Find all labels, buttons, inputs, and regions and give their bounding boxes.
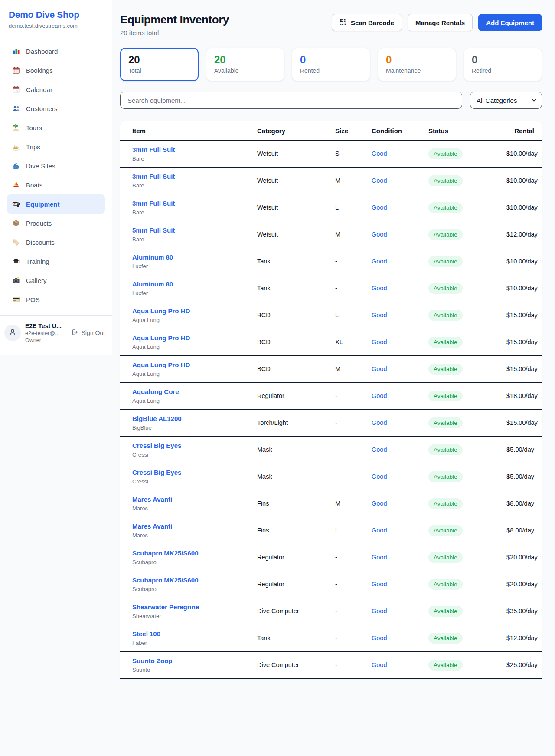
item-name-link[interactable]: Aqualung Core [132, 388, 179, 395]
item-name-link[interactable]: Aqua Lung Pro HD [132, 334, 190, 342]
cell-size: - [331, 275, 367, 302]
status-badge: Available [428, 471, 463, 482]
condition-link[interactable]: Good [372, 473, 387, 480]
sidebar-item-label: Products [26, 220, 52, 227]
add-equipment-button[interactable]: Add Equipment [478, 14, 542, 31]
sidebar-item-customers[interactable]: Customers [7, 99, 105, 118]
sidebar-item-products[interactable]: Products [7, 214, 105, 233]
person-icon [8, 328, 17, 338]
condition-link[interactable]: Good [372, 258, 387, 265]
cell-status: Available [424, 248, 502, 275]
item-brand: Luxfer [132, 290, 248, 296]
item-name-link[interactable]: Aqua Lung Pro HD [132, 307, 190, 315]
sidebar-item-label: Customers [26, 105, 58, 112]
cell-category: Tank [253, 248, 331, 275]
cell-status: Available [424, 490, 502, 517]
condition-link[interactable]: Good [372, 634, 387, 641]
main-content: Equipment Inventory 20 items total Scan … [112, 0, 555, 679]
manage-rentals-button[interactable]: Manage Rentals [408, 14, 473, 31]
item-name-link[interactable]: Mares Avanti [132, 496, 172, 503]
customers-icon [12, 105, 20, 112]
cell-item: Aluminum 80Luxfer [120, 248, 253, 275]
cell-rental: $12.00/day [502, 221, 542, 248]
condition-link[interactable]: Good [372, 312, 387, 319]
cell-condition: Good [367, 598, 424, 625]
cell-item: Cressi Big EyesCressi [120, 463, 253, 490]
table-header: Item Category Size Condition Status Rent… [120, 121, 542, 140]
condition-link[interactable]: Good [372, 392, 387, 399]
item-name-link[interactable]: Aqua Lung Pro HD [132, 361, 190, 368]
condition-link[interactable]: Good [372, 527, 387, 534]
cell-size: - [331, 571, 367, 598]
item-name-link[interactable]: Aluminum 80 [132, 280, 173, 288]
cell-category: Wetsuit [253, 221, 331, 248]
sidebar-item-boats[interactable]: Boats [7, 175, 105, 194]
item-brand: Scubapro [132, 586, 248, 592]
item-brand: Suunto [132, 667, 248, 673]
condition-link[interactable]: Good [372, 177, 387, 184]
sidebar-item-trips[interactable]: Trips [7, 137, 105, 156]
item-name-link[interactable]: Scubapro MK25/S600 [132, 549, 199, 557]
item-name-link[interactable]: Cressi Big Eyes [132, 469, 181, 476]
condition-link[interactable]: Good [372, 365, 387, 372]
condition-link[interactable]: Good [372, 150, 387, 157]
item-name-link[interactable]: Shearwater Peregrine [132, 603, 199, 611]
condition-link[interactable]: Good [372, 500, 387, 507]
sidebar-item-gallery[interactable]: Gallery [7, 271, 105, 290]
item-name-link[interactable]: 5mm Full Suit [132, 227, 175, 234]
item-name-link[interactable]: Cressi Big Eyes [132, 442, 181, 449]
sidebar-item-bookings[interactable]: Bookings [7, 61, 105, 80]
col-rental: Rental [502, 121, 542, 140]
cell-item: Shearwater PeregrineShearwater [120, 598, 253, 625]
cell-category: BCD [253, 355, 331, 382]
item-brand: Bare [132, 236, 248, 243]
bookings-icon [12, 66, 20, 74]
condition-link[interactable]: Good [372, 554, 387, 561]
sidebar-item-training[interactable]: Training [7, 252, 105, 271]
table-row: Cressi Big EyesCressiMask-GoodAvailable$… [120, 463, 542, 490]
stat-card-maintenance[interactable]: 0Maintenance [378, 48, 456, 81]
item-name-link[interactable]: Mares Avanti [132, 523, 172, 530]
dashboard-icon [12, 47, 20, 55]
products-icon [12, 219, 20, 227]
category-select[interactable]: All Categories [470, 92, 542, 109]
sign-out-button[interactable]: Sign Out [71, 329, 107, 337]
item-name-link[interactable]: Aluminum 80 [132, 253, 173, 261]
cell-category: Wetsuit [253, 167, 331, 194]
condition-link[interactable]: Good [372, 608, 387, 615]
condition-link[interactable]: Good [372, 419, 387, 426]
condition-link[interactable]: Good [372, 204, 387, 211]
item-name-link[interactable]: 3mm Full Suit [132, 146, 175, 153]
stat-card-rented[interactable]: 0Rented [292, 48, 370, 81]
sidebar-item-pos[interactable]: POS [7, 290, 105, 309]
page-header: Equipment Inventory 20 items total Scan … [120, 13, 542, 36]
sidebar-item-dashboard[interactable]: Dashboard [7, 42, 105, 61]
condition-link[interactable]: Good [372, 339, 387, 345]
item-name-link[interactable]: Suunto Zoop [132, 657, 172, 664]
sidebar-item-tours[interactable]: Tours [7, 118, 105, 137]
scan-barcode-button[interactable]: Scan Barcode [332, 14, 402, 31]
sidebar-item-calendar[interactable]: Calendar [7, 80, 105, 99]
item-name-link[interactable]: 3mm Full Suit [132, 173, 175, 180]
condition-link[interactable]: Good [372, 231, 387, 238]
stat-card-retired[interactable]: 0Retired [464, 48, 542, 81]
condition-link[interactable]: Good [372, 285, 387, 292]
stat-card-available[interactable]: 20Available [206, 48, 284, 81]
item-name-link[interactable]: BigBlue AL1200 [132, 415, 182, 422]
cell-condition: Good [367, 409, 424, 436]
sidebar-item-discounts[interactable]: Discounts [7, 233, 105, 252]
stat-card-total[interactable]: 20Total [120, 48, 199, 81]
cell-condition: Good [367, 651, 424, 678]
item-name-link[interactable]: Steel 100 [132, 630, 160, 638]
cell-size: M [331, 167, 367, 194]
condition-link[interactable]: Good [372, 661, 387, 668]
item-name-link[interactable]: 3mm Full Suit [132, 200, 175, 207]
sidebar-item-equipment[interactable]: Equipment [7, 194, 105, 214]
status-badge: Available [428, 660, 463, 671]
search-input[interactable] [120, 92, 462, 109]
sidebar-item-dive-sites[interactable]: Dive Sites [7, 156, 105, 175]
condition-link[interactable]: Good [372, 446, 387, 453]
cell-category: Tank [253, 275, 331, 302]
condition-link[interactable]: Good [372, 581, 387, 588]
item-name-link[interactable]: Scubapro MK25/S600 [132, 576, 199, 584]
